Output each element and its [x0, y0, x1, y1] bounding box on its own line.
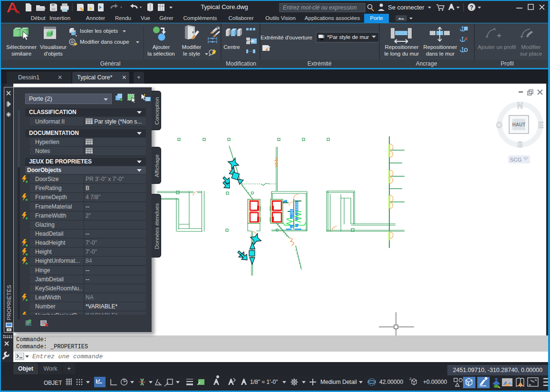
svg-text:+0.00000: +0.00000	[423, 379, 447, 385]
svg-text:S: S	[517, 140, 522, 149]
svg-text:Typical Core.dwg: Typical Core.dwg	[201, 3, 248, 10]
svg-text:1/8" = 1'-0": 1/8" = 1'-0"	[250, 379, 278, 385]
svg-text:A: A	[17, 10, 20, 14]
svg-text:Medium Detail: Medium Detail	[320, 379, 357, 385]
svg-text:A: A	[71, 41, 73, 44]
svg-text:HAUT: HAUT	[512, 122, 526, 127]
svg-text:!: !	[510, 382, 511, 386]
svg-text:O: O	[496, 121, 502, 130]
svg-text:N: N	[517, 101, 523, 110]
svg-text:E: E	[538, 121, 543, 130]
svg-text:PROPRIÉTÉS: PROPRIÉTÉS	[6, 285, 12, 320]
svg-text:42.00000: 42.00000	[379, 379, 403, 385]
svg-text:*Par style de mur: *Par style de mur	[327, 34, 369, 40]
svg-text:Extrémité d'ouverture: Extrémité d'ouverture	[261, 35, 312, 40]
svg-text:Se connecter: Se connecter	[388, 4, 425, 11]
svg-text:?: ?	[470, 4, 473, 11]
svg-text:OBJET: OBJET	[44, 380, 62, 386]
svg-text:Entrez mot-clé ou expression: Entrez mot-clé ou expression	[283, 4, 357, 11]
svg-text:SCG: SCG	[510, 157, 522, 163]
svg-text:Modifier dans coupe: Modifier dans coupe	[80, 39, 129, 45]
svg-text:Z: Z	[409, 377, 412, 381]
svg-text:Isoler les objets: Isoler les objets	[80, 28, 118, 34]
